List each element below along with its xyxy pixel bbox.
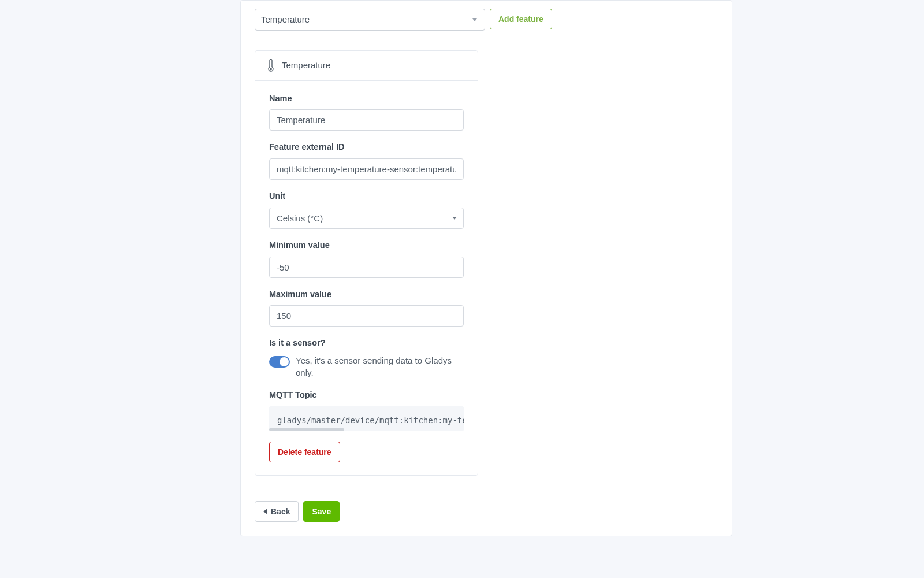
back-button-label: Back (271, 507, 290, 516)
mqtt-label: MQTT Topic (269, 389, 464, 402)
sensor-toggle[interactable] (269, 356, 290, 368)
toggle-knob (280, 357, 289, 366)
unit-select[interactable]: Celsius (°C) (269, 208, 464, 229)
chevron-down-icon (464, 9, 485, 30)
delete-feature-button-label: Delete feature (278, 447, 331, 457)
save-button-label: Save (312, 507, 331, 516)
unit-group: Unit Celsius (°C) (269, 190, 464, 229)
sensor-label: Is it a sensor? (269, 337, 464, 350)
page-root: Temperature Add feature Temperature (0, 0, 924, 578)
feature-selector-row: Temperature Add feature (255, 9, 718, 31)
sensor-group: Is it a sensor? Yes, it's a sensor sendi… (269, 337, 464, 379)
scrollbar-thumb[interactable] (269, 428, 344, 431)
mqtt-group: MQTT Topic gladys/master/device/mqtt:kit… (269, 389, 464, 431)
feature-card-header: Temperature (255, 51, 478, 81)
feature-card: Temperature Name Feature external ID Uni… (255, 50, 478, 476)
device-form-panel: Temperature Add feature Temperature (240, 0, 732, 536)
delete-feature-button[interactable]: Delete feature (269, 442, 340, 462)
form-actions: Back Save (255, 501, 718, 522)
name-label: Name (269, 92, 464, 105)
external-id-label: Feature external ID (269, 141, 464, 154)
external-id-group: Feature external ID (269, 141, 464, 180)
min-input[interactable] (269, 257, 464, 278)
thermometer-icon (268, 59, 274, 72)
save-button[interactable]: Save (303, 501, 340, 522)
add-feature-button-label: Add feature (498, 14, 543, 24)
external-id-input[interactable] (269, 158, 464, 180)
feature-type-select-value: Temperature (255, 9, 464, 30)
delete-group: Delete feature (269, 442, 464, 462)
name-group: Name (269, 92, 464, 131)
mqtt-topic-text: gladys/master/device/mqtt:kitchen:my-tem… (277, 416, 464, 425)
svg-point-0 (270, 68, 272, 71)
back-arrow-icon (263, 509, 267, 514)
min-group: Minimum value (269, 239, 464, 278)
name-input[interactable] (269, 109, 464, 131)
mqtt-topic-display[interactable]: gladys/master/device/mqtt:kitchen:my-tem… (269, 406, 464, 431)
max-label: Maximum value (269, 288, 464, 301)
max-group: Maximum value (269, 288, 464, 327)
feature-card-body: Name Feature external ID Unit Celsius (°… (255, 81, 478, 475)
unit-label: Unit (269, 190, 464, 203)
min-label: Minimum value (269, 239, 464, 252)
max-input[interactable] (269, 305, 464, 327)
feature-type-select[interactable]: Temperature (255, 9, 485, 31)
sensor-description: Yes, it's a sensor sending data to Glady… (296, 354, 464, 379)
feature-card-title: Temperature (282, 59, 330, 72)
back-button[interactable]: Back (255, 501, 299, 522)
add-feature-button[interactable]: Add feature (490, 9, 552, 29)
